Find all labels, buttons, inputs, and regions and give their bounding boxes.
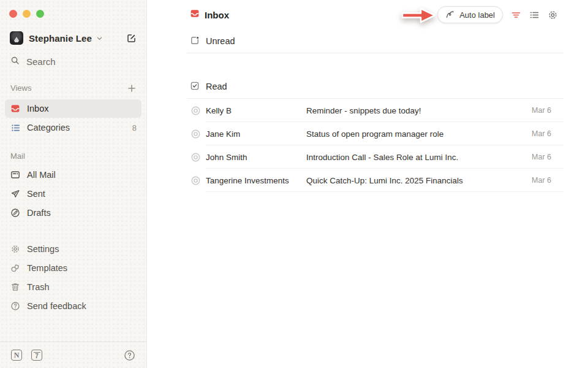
- main-header: Inbox Auto label: [147, 0, 588, 29]
- help-circle-icon: [10, 301, 21, 311]
- email-subject: Status of open program manager role: [306, 129, 524, 139]
- email-sender: Kelly B: [206, 106, 306, 115]
- all-mail-icon: [10, 170, 21, 180]
- sidebar-item-send-feedback[interactable]: Send feedback: [5, 297, 141, 315]
- email-date: Mar 6: [532, 176, 551, 185]
- email-sender: Tangerine Investments: [206, 176, 306, 185]
- search-label: Search: [26, 56, 56, 67]
- calendar-day-label: 7: [35, 353, 39, 359]
- page-title: Inbox: [205, 10, 229, 20]
- read-status-icon[interactable]: [191, 106, 200, 115]
- calendar-icon[interactable]: 7: [31, 350, 42, 361]
- email-list: Unread Read Kelly B Reminder - snippets …: [187, 29, 564, 192]
- email-date: Mar 6: [532, 153, 551, 161]
- email-date: Mar 6: [532, 106, 551, 115]
- mail-section-header: Mail: [0, 150, 146, 163]
- add-view-icon[interactable]: [127, 84, 136, 93]
- sidebar-item-label: Sent: [27, 189, 45, 199]
- unread-section-header[interactable]: Unread: [187, 29, 564, 53]
- sidebar-item-label: Send feedback: [27, 301, 86, 311]
- sidebar-item-label: Trash: [27, 282, 50, 292]
- email-sender: Jane Kim: [206, 129, 306, 139]
- arrow-glow: [397, 1, 441, 29]
- unread-label: Unread: [206, 36, 235, 46]
- notion-logo-icon[interactable]: N: [11, 350, 22, 361]
- mail-list-pane: Inbox Auto label: [147, 0, 588, 368]
- search-icon: [10, 56, 20, 67]
- sidebar-item-label: Drafts: [27, 208, 51, 218]
- app-window: Stephanie Lee Search Views: [0, 0, 588, 368]
- list-view-icon[interactable]: [529, 10, 540, 20]
- minimize-window-button[interactable]: [23, 10, 31, 18]
- email-row[interactable]: Kelly B Reminder - snippets due today! M…: [187, 99, 564, 122]
- read-status-icon[interactable]: [191, 153, 200, 162]
- avatar: [10, 31, 23, 45]
- sidebar-item-label: Categories: [27, 123, 70, 132]
- email-date: Mar 6: [532, 129, 551, 138]
- email-subject: Reminder - snippets due today!: [306, 106, 524, 115]
- profile-name: Stephanie Lee: [29, 33, 92, 44]
- sidebar-item-templates[interactable]: Templates: [5, 259, 141, 277]
- sidebar-item-sent[interactable]: Sent: [5, 185, 141, 203]
- compose-icon[interactable]: [126, 33, 137, 44]
- read-section-header[interactable]: Read: [187, 75, 564, 99]
- sidebar-footer-group: Settings Templates Trash: [0, 240, 146, 315]
- draft-icon: [10, 208, 21, 218]
- settings-gear-icon[interactable]: [548, 10, 558, 20]
- email-subject: Quick Catch-Up: Lumi Inc. 2025 Financial…: [306, 176, 524, 185]
- read-status-icon[interactable]: [191, 176, 200, 185]
- close-window-button[interactable]: [9, 10, 17, 18]
- sidebar-item-label: Templates: [27, 263, 67, 273]
- search-button[interactable]: Search: [0, 53, 146, 70]
- views-section-header: Views: [0, 82, 146, 94]
- sidebar-item-drafts[interactable]: Drafts: [5, 204, 141, 222]
- trash-icon: [10, 282, 21, 292]
- sidebar-item-settings[interactable]: Settings: [5, 240, 141, 258]
- auto-label-button[interactable]: Auto label: [437, 6, 503, 23]
- chevron-down-icon: [96, 35, 103, 42]
- zoom-window-button[interactable]: [36, 10, 44, 18]
- profile-switcher[interactable]: Stephanie Lee: [0, 29, 146, 47]
- read-status-icon[interactable]: [191, 129, 200, 139]
- gear-icon: [10, 244, 21, 254]
- help-icon[interactable]: [124, 350, 135, 361]
- filter-icon[interactable]: [511, 10, 521, 20]
- send-icon: [10, 189, 21, 199]
- sidebar-item-label: Settings: [27, 244, 59, 254]
- email-subject: Introduction Call - Sales Role at Lumi I…: [306, 153, 524, 162]
- read-label: Read: [206, 82, 227, 91]
- window-controls: [9, 10, 44, 18]
- auto-label-sparkle-icon: [445, 9, 455, 21]
- email-row[interactable]: John Smith Introduction Call - Sales Rol…: [187, 145, 564, 169]
- email-row[interactable]: Tangerine Investments Quick Catch-Up: Lu…: [187, 169, 564, 192]
- email-sender: John Smith: [206, 153, 306, 162]
- empty-unread-space: [187, 53, 564, 75]
- auto-label-label: Auto label: [459, 10, 495, 20]
- sidebar: Stephanie Lee Search Views: [0, 0, 147, 368]
- templates-icon: [10, 263, 21, 273]
- sidebar-item-trash[interactable]: Trash: [5, 278, 141, 296]
- sidebar-item-inbox[interactable]: Inbox: [5, 99, 141, 118]
- sidebar-item-label: Inbox: [27, 104, 48, 113]
- sidebar-item-label: All Mail: [27, 170, 56, 180]
- inbox-icon: [10, 104, 21, 113]
- categories-count-badge: 8: [132, 123, 137, 132]
- categories-list-icon: [10, 123, 21, 132]
- annotation-arrow: [397, 1, 441, 29]
- sidebar-item-all-mail[interactable]: All Mail: [5, 166, 141, 184]
- read-checkbox-icon: [190, 81, 200, 93]
- mail-header-label: Mail: [10, 151, 25, 161]
- toolbar: Auto label: [437, 6, 558, 23]
- sidebar-item-categories[interactable]: Categories 8: [5, 118, 141, 137]
- unread-icon: [190, 36, 200, 47]
- email-row[interactable]: Jane Kim Status of open program manager …: [187, 122, 564, 145]
- inbox-icon: [190, 9, 200, 21]
- sidebar-bottom-bar: N 7: [0, 342, 146, 368]
- views-header-label: Views: [10, 83, 31, 93]
